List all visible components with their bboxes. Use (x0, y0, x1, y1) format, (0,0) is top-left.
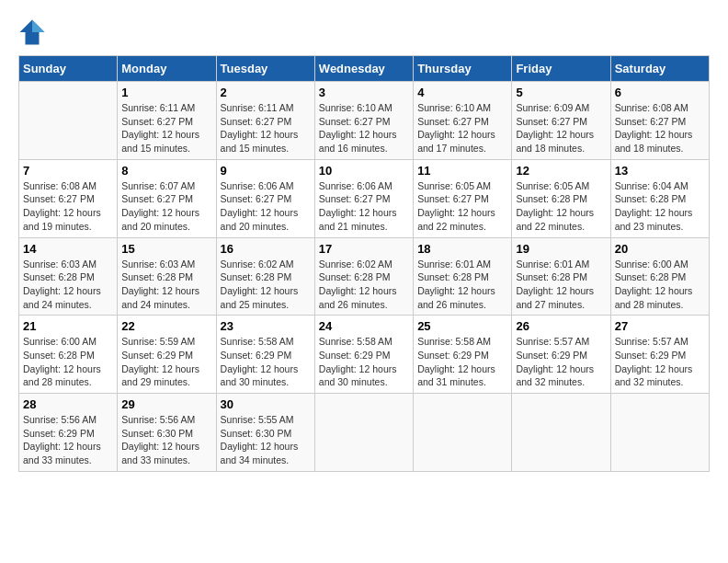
day-info: Sunrise: 6:02 AM Sunset: 6:28 PM Dayligh… (221, 258, 311, 312)
day-info: Sunrise: 6:06 AM Sunset: 6:27 PM Dayligh… (319, 179, 409, 234)
day-number: 28 (23, 397, 113, 411)
calendar-cell: 10Sunrise: 6:06 AM Sunset: 6:27 PM Dayli… (314, 159, 413, 237)
col-header-thursday: Thursday (414, 56, 512, 82)
day-number: 13 (615, 164, 705, 178)
calendar-cell: 15Sunrise: 6:03 AM Sunset: 6:28 PM Dayli… (118, 237, 216, 316)
header-row: SundayMondayTuesdayWednesdayThursdayFrid… (19, 56, 710, 82)
col-header-saturday: Saturday (610, 56, 709, 82)
calendar-cell: 28Sunrise: 5:56 AM Sunset: 6:29 PM Dayli… (19, 394, 118, 472)
calendar-cell: 22Sunrise: 5:59 AM Sunset: 6:29 PM Dayli… (118, 316, 216, 394)
logo-icon (18, 18, 46, 46)
day-info: Sunrise: 5:56 AM Sunset: 6:29 PM Dayligh… (23, 413, 113, 467)
day-info: Sunrise: 6:10 AM Sunset: 6:27 PM Dayligh… (417, 101, 507, 155)
day-number: 16 (221, 242, 311, 256)
day-info: Sunrise: 5:56 AM Sunset: 6:30 PM Dayligh… (121, 413, 211, 467)
col-header-monday: Monday (118, 56, 216, 82)
day-number: 6 (615, 86, 705, 99)
col-header-friday: Friday (512, 56, 610, 82)
header (18, 18, 710, 46)
calendar-cell: 18Sunrise: 6:01 AM Sunset: 6:28 PM Dayli… (414, 237, 512, 316)
day-info: Sunrise: 6:05 AM Sunset: 6:27 PM Dayligh… (417, 179, 507, 234)
day-number: 12 (516, 164, 606, 178)
day-number: 27 (615, 319, 705, 333)
week-row-3: 14Sunrise: 6:03 AM Sunset: 6:28 PM Dayli… (19, 237, 710, 316)
calendar-cell: 29Sunrise: 5:56 AM Sunset: 6:30 PM Dayli… (118, 394, 216, 472)
calendar-cell: 19Sunrise: 6:01 AM Sunset: 6:28 PM Dayli… (512, 237, 610, 316)
calendar-cell: 21Sunrise: 6:00 AM Sunset: 6:28 PM Dayli… (19, 316, 118, 394)
day-number: 29 (121, 397, 211, 411)
calendar-cell: 9Sunrise: 6:06 AM Sunset: 6:27 PM Daylig… (216, 159, 314, 237)
calendar-cell: 23Sunrise: 5:58 AM Sunset: 6:29 PM Dayli… (216, 316, 314, 394)
day-info: Sunrise: 6:04 AM Sunset: 6:28 PM Dayligh… (615, 179, 705, 234)
calendar-cell: 16Sunrise: 6:02 AM Sunset: 6:28 PM Dayli… (216, 237, 314, 316)
day-number: 21 (23, 319, 113, 333)
week-row-5: 28Sunrise: 5:56 AM Sunset: 6:29 PM Dayli… (19, 394, 710, 472)
day-number: 2 (221, 86, 311, 99)
calendar-cell: 13Sunrise: 6:04 AM Sunset: 6:28 PM Dayli… (610, 159, 709, 237)
svg-marker-1 (32, 20, 45, 33)
week-row-1: 1Sunrise: 6:11 AM Sunset: 6:27 PM Daylig… (19, 82, 710, 160)
day-info: Sunrise: 5:58 AM Sunset: 6:29 PM Dayligh… (319, 335, 409, 389)
day-number: 24 (319, 319, 409, 333)
calendar-table: SundayMondayTuesdayWednesdayThursdayFrid… (18, 55, 710, 472)
day-info: Sunrise: 6:00 AM Sunset: 6:28 PM Dayligh… (615, 258, 705, 312)
day-info: Sunrise: 6:06 AM Sunset: 6:27 PM Dayligh… (221, 179, 311, 234)
calendar-cell (610, 394, 709, 472)
day-info: Sunrise: 6:09 AM Sunset: 6:27 PM Dayligh… (516, 101, 606, 155)
day-info: Sunrise: 6:01 AM Sunset: 6:28 PM Dayligh… (417, 258, 507, 312)
day-number: 20 (615, 242, 705, 256)
day-number: 19 (516, 242, 606, 256)
calendar-cell: 3Sunrise: 6:10 AM Sunset: 6:27 PM Daylig… (314, 82, 413, 160)
day-info: Sunrise: 6:00 AM Sunset: 6:28 PM Dayligh… (23, 335, 113, 389)
day-info: Sunrise: 6:11 AM Sunset: 6:27 PM Dayligh… (121, 101, 211, 155)
day-info: Sunrise: 5:59 AM Sunset: 6:29 PM Dayligh… (121, 335, 211, 389)
day-info: Sunrise: 6:08 AM Sunset: 6:27 PM Dayligh… (23, 179, 113, 234)
calendar-cell: 5Sunrise: 6:09 AM Sunset: 6:27 PM Daylig… (512, 82, 610, 160)
calendar-cell (512, 394, 610, 472)
calendar-cell: 7Sunrise: 6:08 AM Sunset: 6:27 PM Daylig… (19, 159, 118, 237)
day-info: Sunrise: 6:03 AM Sunset: 6:28 PM Dayligh… (121, 258, 211, 312)
day-number: 9 (221, 164, 311, 178)
day-info: Sunrise: 6:07 AM Sunset: 6:27 PM Dayligh… (121, 179, 211, 234)
day-number: 30 (221, 397, 311, 411)
day-number: 22 (121, 319, 211, 333)
calendar-cell: 25Sunrise: 5:58 AM Sunset: 6:29 PM Dayli… (414, 316, 512, 394)
day-number: 10 (319, 164, 409, 178)
calendar-cell (314, 394, 413, 472)
day-info: Sunrise: 6:08 AM Sunset: 6:27 PM Dayligh… (615, 101, 705, 155)
calendar-cell: 2Sunrise: 6:11 AM Sunset: 6:27 PM Daylig… (216, 82, 314, 160)
calendar-cell: 12Sunrise: 6:05 AM Sunset: 6:28 PM Dayli… (512, 159, 610, 237)
calendar-cell (19, 82, 118, 160)
day-number: 1 (121, 86, 211, 99)
calendar-cell (414, 394, 512, 472)
day-number: 5 (516, 86, 606, 99)
day-info: Sunrise: 6:02 AM Sunset: 6:28 PM Dayligh… (319, 258, 409, 312)
calendar-cell: 17Sunrise: 6:02 AM Sunset: 6:28 PM Dayli… (314, 237, 413, 316)
week-row-4: 21Sunrise: 6:00 AM Sunset: 6:28 PM Dayli… (19, 316, 710, 394)
calendar-cell: 1Sunrise: 6:11 AM Sunset: 6:27 PM Daylig… (118, 82, 216, 160)
day-info: Sunrise: 5:58 AM Sunset: 6:29 PM Dayligh… (221, 335, 311, 389)
day-number: 8 (121, 164, 211, 178)
day-number: 18 (417, 242, 507, 256)
col-header-sunday: Sunday (19, 56, 118, 82)
calendar-cell: 14Sunrise: 6:03 AM Sunset: 6:28 PM Dayli… (19, 237, 118, 316)
col-header-tuesday: Tuesday (216, 56, 314, 82)
day-info: Sunrise: 6:11 AM Sunset: 6:27 PM Dayligh… (221, 101, 311, 155)
day-number: 7 (23, 164, 113, 178)
calendar-cell: 4Sunrise: 6:10 AM Sunset: 6:27 PM Daylig… (414, 82, 512, 160)
day-info: Sunrise: 5:55 AM Sunset: 6:30 PM Dayligh… (221, 413, 311, 467)
calendar-cell: 8Sunrise: 6:07 AM Sunset: 6:27 PM Daylig… (118, 159, 216, 237)
calendar-cell: 20Sunrise: 6:00 AM Sunset: 6:28 PM Dayli… (610, 237, 709, 316)
day-number: 23 (221, 319, 311, 333)
logo (18, 18, 50, 46)
day-info: Sunrise: 5:58 AM Sunset: 6:29 PM Dayligh… (417, 335, 507, 389)
day-number: 26 (516, 319, 606, 333)
day-number: 3 (319, 86, 409, 99)
day-info: Sunrise: 6:10 AM Sunset: 6:27 PM Dayligh… (319, 101, 409, 155)
day-number: 25 (417, 319, 507, 333)
day-info: Sunrise: 6:03 AM Sunset: 6:28 PM Dayligh… (23, 258, 113, 312)
day-number: 14 (23, 242, 113, 256)
day-number: 4 (417, 86, 507, 99)
day-info: Sunrise: 6:01 AM Sunset: 6:28 PM Dayligh… (516, 258, 606, 312)
calendar-cell: 27Sunrise: 5:57 AM Sunset: 6:29 PM Dayli… (610, 316, 709, 394)
